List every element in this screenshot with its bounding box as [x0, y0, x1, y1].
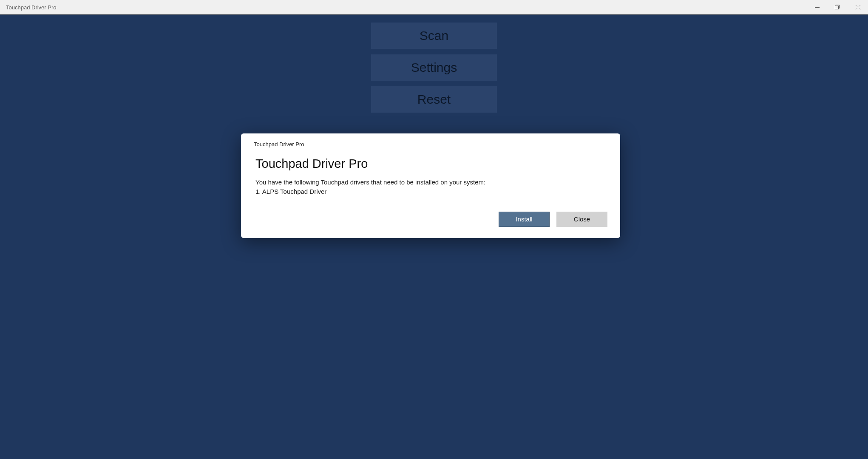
titlebar: Touchpad Driver Pro — [0, 0, 868, 14]
main-content: Scan Settings Reset Touchpad Driver Pro … — [0, 14, 868, 459]
dialog-body-intro: You have the following Touchpad drivers … — [255, 178, 607, 187]
reset-button[interactable]: Reset — [371, 86, 497, 113]
svg-rect-1 — [835, 6, 839, 9]
dialog-buttons: Install Close — [254, 212, 607, 227]
scan-button[interactable]: Scan — [371, 23, 497, 49]
minimize-button[interactable] — [807, 0, 827, 14]
maximize-icon — [835, 5, 840, 10]
install-button[interactable]: Install — [499, 212, 550, 227]
dialog-body-item: 1. ALPS Touchpad Driver — [255, 187, 607, 196]
close-icon — [856, 5, 860, 10]
close-button[interactable]: Close — [556, 212, 607, 227]
close-window-button[interactable] — [848, 0, 868, 14]
dialog-heading: Touchpad Driver Pro — [255, 157, 607, 171]
dialog-body: You have the following Touchpad drivers … — [255, 178, 607, 196]
settings-button[interactable]: Settings — [371, 54, 497, 81]
dialog-window-title: Touchpad Driver Pro — [254, 141, 607, 147]
maximize-button[interactable] — [827, 0, 848, 14]
dialog: Touchpad Driver Pro Touchpad Driver Pro … — [241, 133, 620, 238]
window-title: Touchpad Driver Pro — [6, 4, 57, 11]
minimize-icon — [815, 5, 820, 10]
titlebar-controls — [807, 0, 868, 14]
